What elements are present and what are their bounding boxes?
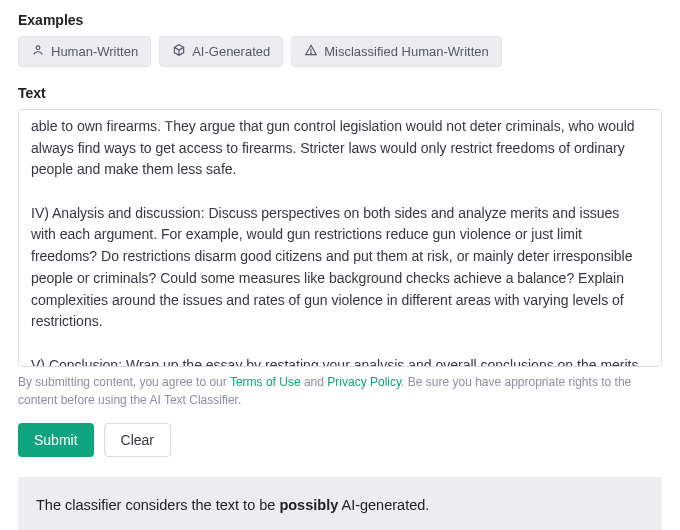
action-buttons: Submit Clear <box>18 423 662 457</box>
warning-icon <box>304 43 318 60</box>
submit-button[interactable]: Submit <box>18 423 94 457</box>
example-label: AI-Generated <box>192 44 270 59</box>
privacy-link[interactable]: Privacy Policy <box>327 375 401 389</box>
result-box: The classifier considers the text to be … <box>18 477 662 530</box>
examples-row: Human-Written AI-Generated Misclassified… <box>18 36 662 67</box>
disclaimer-text: By submitting content, you agree to our … <box>18 373 662 409</box>
disclaimer-prefix: By submitting content, you agree to our <box>18 375 230 389</box>
text-input[interactable] <box>19 110 661 366</box>
example-human-written[interactable]: Human-Written <box>18 36 151 67</box>
result-verdict: possibly <box>279 497 338 513</box>
person-icon <box>31 43 45 60</box>
text-input-wrap <box>18 109 662 367</box>
svg-point-2 <box>311 53 312 54</box>
examples-heading: Examples <box>18 12 662 28</box>
result-prefix: The classifier considers the text to be <box>36 497 279 513</box>
disclaimer-and: and <box>301 375 328 389</box>
cube-icon <box>172 43 186 60</box>
terms-link[interactable]: Terms of Use <box>230 375 301 389</box>
text-heading: Text <box>18 85 662 101</box>
svg-point-0 <box>36 46 40 50</box>
example-label: Human-Written <box>51 44 138 59</box>
clear-button[interactable]: Clear <box>104 423 171 457</box>
example-label: Misclassified Human-Written <box>324 44 488 59</box>
result-suffix: AI-generated. <box>338 497 429 513</box>
example-misclassified[interactable]: Misclassified Human-Written <box>291 36 501 67</box>
example-ai-generated[interactable]: AI-Generated <box>159 36 283 67</box>
